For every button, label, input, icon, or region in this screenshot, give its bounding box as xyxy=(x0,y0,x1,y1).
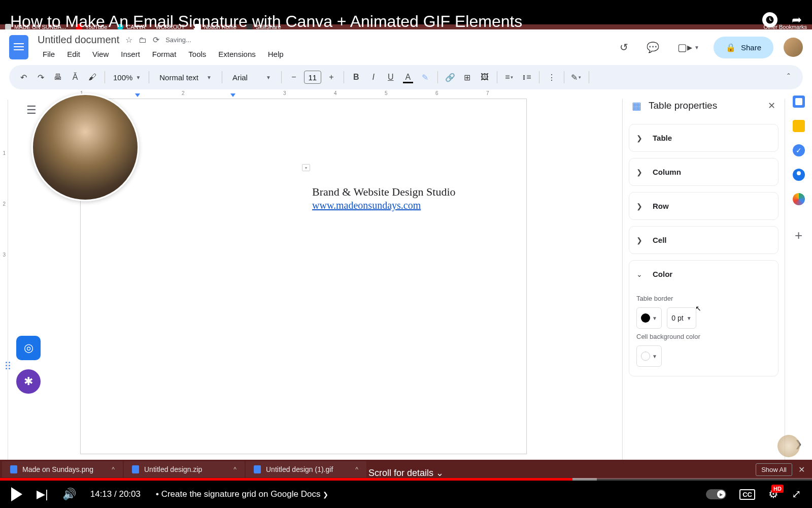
zoom-dropdown[interactable]: 100% ▼ xyxy=(110,73,144,82)
star-icon[interactable]: ☆ xyxy=(125,35,132,45)
assistant-button[interactable]: ✱ xyxy=(16,369,41,394)
move-icon[interactable]: 🗀 xyxy=(139,36,147,45)
editing-mode-button[interactable]: ✎ ▼ xyxy=(569,70,584,84)
underline-button[interactable]: U xyxy=(384,70,398,84)
play-button[interactable] xyxy=(11,487,22,501)
scroll-hint: Scroll for details ⌄ xyxy=(368,467,444,479)
section-column[interactable]: ❯ Column xyxy=(629,158,778,185)
cell-bg-label: Cell background color xyxy=(636,333,771,340)
align-button[interactable]: ≡ ▼ xyxy=(502,70,517,84)
spellcheck-button[interactable]: Ă xyxy=(68,70,82,84)
italic-button[interactable]: I xyxy=(366,70,381,84)
cursor-icon: ↖ xyxy=(695,304,701,312)
text-color-button[interactable]: A xyxy=(401,70,415,84)
tasks-icon[interactable] xyxy=(793,144,805,156)
settings-button[interactable]: ⚙HD xyxy=(768,488,779,501)
chevron-up-icon[interactable]: ^ xyxy=(355,466,358,473)
border-color-dropdown[interactable]: ▼ xyxy=(636,307,662,329)
close-panel-button[interactable]: ✕ xyxy=(768,100,775,111)
menu-view[interactable]: View xyxy=(87,48,114,60)
captions-button[interactable]: CC xyxy=(739,489,755,500)
side-panel-rail: + ❯ xyxy=(785,89,812,460)
collapse-toolbar-button[interactable]: ˆ xyxy=(782,70,796,84)
menu-extensions[interactable]: Extensions xyxy=(213,48,260,60)
download-item[interactable]: Untitled design (1).gif^ xyxy=(246,461,366,478)
presenter-webcam xyxy=(31,93,139,201)
add-addon-icon[interactable]: + xyxy=(795,228,802,243)
contacts-icon[interactable] xyxy=(793,169,805,181)
next-button[interactable]: ▶| xyxy=(37,488,48,501)
menu-help[interactable]: Help xyxy=(263,48,289,60)
share-button[interactable]: 🔒 Share xyxy=(714,37,773,58)
comments-icon[interactable]: 💬 xyxy=(642,37,663,57)
download-item[interactable]: Made on Sundays.png^ xyxy=(2,461,123,478)
menu-format[interactable]: Format xyxy=(147,48,182,60)
history-icon[interactable]: ↺ xyxy=(616,37,632,57)
exit-fullscreen-button[interactable]: ⤢ xyxy=(792,488,801,501)
chapter-title[interactable]: • Create the signature grid on Google Do… xyxy=(156,489,328,499)
decrease-font-button[interactable]: − xyxy=(287,70,301,84)
signature-link[interactable]: www.madeonsundays.com xyxy=(312,200,421,211)
keep-icon[interactable] xyxy=(793,120,805,132)
autoplay-toggle[interactable] xyxy=(706,489,726,499)
share-icon[interactable]: ➦ xyxy=(792,13,802,27)
channel-watermark[interactable] xyxy=(777,435,800,457)
file-icon xyxy=(10,465,17,473)
cloud-status-icon[interactable]: ⟳ xyxy=(153,35,159,45)
meet-button[interactable]: ▢▸ ▼ xyxy=(673,37,703,57)
outline-toggle-icon[interactable]: ☰ xyxy=(26,104,37,117)
paint-format-button[interactable]: 🖌 xyxy=(85,70,99,84)
line-spacing-button[interactable]: ⫾≡ xyxy=(520,70,534,84)
table-drag-handle-icon[interactable]: ▾ xyxy=(302,164,310,171)
section-table[interactable]: ❯ Table xyxy=(629,124,778,151)
document-title[interactable]: Untitled document xyxy=(38,34,119,46)
paragraph-style-dropdown[interactable]: Normal text ▼ xyxy=(154,73,217,82)
chevron-right-icon: ❯ xyxy=(636,236,646,244)
print-button[interactable]: 🖶 xyxy=(51,70,65,84)
more-button[interactable]: ⋮ xyxy=(545,70,559,84)
chevron-up-icon[interactable]: ^ xyxy=(233,466,236,473)
redo-button[interactable]: ↷ xyxy=(33,70,48,84)
insert-image-button[interactable]: 🖼 xyxy=(478,70,492,84)
font-dropdown[interactable]: Arial ▼ xyxy=(227,73,276,82)
file-icon xyxy=(132,465,139,473)
chevron-up-icon[interactable]: ^ xyxy=(112,466,115,473)
font-size-input[interactable]: 11 xyxy=(304,71,321,84)
table-border-label: Table border xyxy=(636,295,771,302)
close-downloads-bar[interactable]: ✕ xyxy=(793,465,810,474)
download-item[interactable]: Untitled design.zip^ xyxy=(124,461,245,478)
add-comment-button[interactable]: ⊞ xyxy=(460,70,475,84)
vertical-ruler[interactable]: 1 2 3 xyxy=(0,89,9,460)
calendar-icon[interactable] xyxy=(793,96,805,108)
chevron-right-icon: ❯ xyxy=(636,168,646,176)
app-header: Untitled document ☆ 🗀 ⟳ Saving... File E… xyxy=(0,29,812,65)
border-width-dropdown[interactable]: 0 pt▼ xyxy=(667,307,696,329)
highlight-button[interactable]: ✎ xyxy=(418,70,432,84)
drag-handle-icon[interactable] xyxy=(6,362,10,369)
video-title: How to Make An Email Signature with Canv… xyxy=(10,12,522,31)
menu-insert[interactable]: Insert xyxy=(116,48,145,60)
menu-file[interactable]: File xyxy=(38,48,60,60)
section-color[interactable]: ⌄ Color xyxy=(629,261,778,288)
document-page[interactable]: ▾ Brand & Website Design Studio www.made… xyxy=(80,99,527,454)
menu-bar: File Edit View Insert Format Tools Exten… xyxy=(38,48,616,60)
increase-font-button[interactable]: + xyxy=(324,70,339,84)
watch-later-icon[interactable] xyxy=(762,12,777,27)
signature-text[interactable]: Brand & Website Design Studio xyxy=(312,185,456,199)
section-cell[interactable]: ❯ Cell xyxy=(629,227,778,253)
bold-button[interactable]: B xyxy=(349,70,363,84)
user-avatar[interactable] xyxy=(784,38,803,57)
explore-button[interactable]: ◎ xyxy=(16,336,41,360)
undo-button[interactable]: ↶ xyxy=(16,70,30,84)
cell-bg-dropdown[interactable]: ▼ xyxy=(636,345,662,367)
save-status: Saving... xyxy=(165,36,191,44)
section-row[interactable]: ❯ Row xyxy=(629,193,778,219)
menu-tools[interactable]: Tools xyxy=(183,48,211,60)
chevron-down-icon: ⌄ xyxy=(436,468,444,478)
insert-link-button[interactable]: 🔗 xyxy=(443,70,457,84)
docs-logo-icon[interactable] xyxy=(9,35,28,59)
show-all-downloads[interactable]: Show All xyxy=(756,463,792,476)
menu-edit[interactable]: Edit xyxy=(62,48,85,60)
volume-button[interactable]: 🔊 xyxy=(62,488,76,501)
maps-icon[interactable] xyxy=(793,193,805,205)
